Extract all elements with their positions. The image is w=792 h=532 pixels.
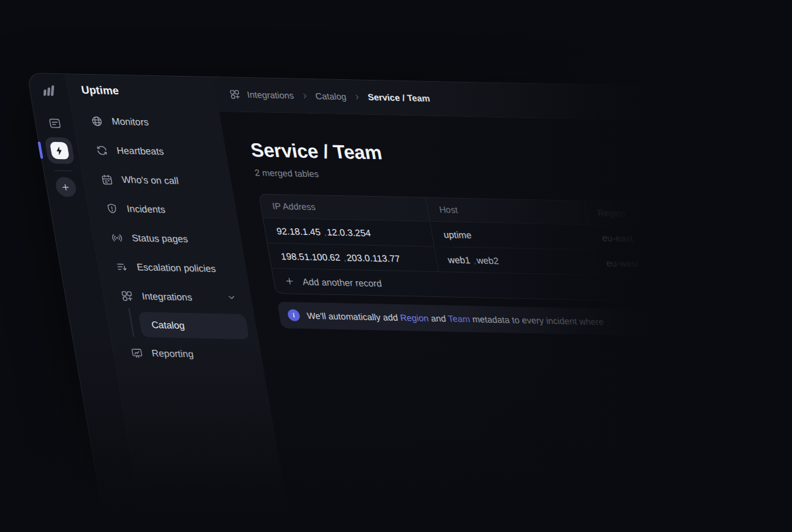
banner-link-team[interactable]: Team — [447, 314, 471, 324]
feed-icon[interactable] — [42, 112, 68, 135]
sidebar-item-label: Escalation policies — [136, 262, 216, 275]
sidebar-item-label: Reporting — [151, 348, 195, 359]
page-title: Service / Team — [249, 139, 727, 171]
cell-ip[interactable]: 198.51.100.62 , 203.0.113.77 — [267, 243, 438, 271]
plus-icon — [284, 276, 296, 286]
chevron-right-icon — [300, 92, 310, 100]
host-value: web2 — [476, 255, 500, 266]
region-value: eu-west — [605, 257, 640, 269]
sidebar-title: Uptime — [80, 83, 209, 100]
integrations-icon — [119, 290, 134, 302]
page-subtitle: 2 merged tables — [254, 168, 729, 187]
sidebar-item-label: Status pages — [131, 232, 188, 244]
sidebar-subitem-wrap: Catalog — [117, 310, 251, 341]
cell-ip[interactable]: 92.18.1.45 , 12.0.3.254 — [263, 218, 434, 246]
cell-region[interactable]: eu-east — [588, 224, 723, 252]
main-area: Service / Team 2 merged tables IP Addres… — [219, 112, 792, 532]
sidebar-item-label: Catalog — [150, 319, 185, 331]
sidebar-item-status-pages[interactable]: Status pages — [102, 222, 236, 254]
host-value: web1 — [447, 254, 471, 265]
records-table: IP Address Host Region 92.18.1.45 , 12.0… — [258, 193, 732, 303]
presentation-icon — [129, 347, 144, 359]
integrations-icon — [228, 88, 242, 100]
sidebar-item-integrations[interactable]: Integrations — [112, 281, 246, 313]
sidebar-item-label: Integrations — [141, 291, 193, 303]
globe-icon — [90, 115, 104, 127]
breadcrumb-integrations[interactable]: Integrations — [246, 90, 294, 101]
rail-divider — [54, 170, 71, 172]
stage: Uptime Monitors Heartbeats — [0, 0, 792, 532]
sync-icon — [94, 144, 109, 156]
sidebar-item-label: Incidents — [126, 203, 166, 215]
app-window: Uptime Monitors Heartbeats — [26, 73, 792, 532]
bolt-icon — [50, 142, 70, 160]
cell-host[interactable]: web1 , web2 — [434, 246, 597, 275]
sidebar-item-incidents[interactable]: Incidents — [96, 193, 231, 225]
banner-prefix: We'll automatically add — [306, 310, 401, 322]
breadcrumb-catalog[interactable]: Catalog — [315, 91, 347, 102]
banner-suffix: metadata to every incident where — [469, 314, 605, 327]
column-header-host: Host — [426, 198, 588, 224]
cell-host[interactable]: uptime — [430, 221, 593, 249]
content-pane: Integrations Catalog Service / Team Serv… — [213, 77, 792, 532]
cell-region[interactable]: eu-west — [592, 249, 727, 277]
chevron-right-icon — [352, 92, 362, 101]
ip-value: 203.0.113.77 — [346, 252, 401, 264]
region-value: eu-east — [601, 232, 634, 244]
host-value: uptime — [443, 229, 473, 240]
ip-value: 198.51.100.62 — [280, 251, 341, 263]
add-record-label: Add another record — [302, 276, 383, 288]
sidebar-item-label: Monitors — [111, 116, 149, 127]
uptime-app-button[interactable] — [44, 137, 75, 164]
sidebar-item-reporting[interactable]: Reporting — [121, 338, 256, 370]
sidebar-item-label: Heartbeats — [116, 145, 165, 157]
ip-value: 12.0.3.254 — [326, 226, 372, 238]
info-banner: We'll automatically add Region and Team … — [277, 302, 739, 338]
escalation-icon — [115, 260, 129, 273]
info-icon — [287, 309, 301, 321]
betterstack-logo — [39, 81, 59, 98]
column-header-ip: IP Address — [259, 194, 430, 220]
sidebar-item-catalog[interactable]: Catalog — [138, 312, 249, 340]
active-accent-bar — [38, 141, 44, 158]
ip-value: 92.18.1.45 — [276, 225, 321, 236]
sidebar-item-monitors[interactable]: Monitors — [81, 106, 216, 138]
shield-alert-icon — [105, 202, 119, 215]
sidebar-item-escalation-policies[interactable]: Escalation policies — [107, 252, 242, 284]
banner-mid: and — [428, 313, 449, 323]
tree-guide-line — [128, 308, 135, 337]
chevron-down-icon[interactable] — [225, 292, 238, 304]
banner-link-region[interactable]: Region — [399, 312, 429, 323]
banner-text: We'll automatically add Region and Team … — [306, 310, 605, 326]
column-header-region: Region — [584, 201, 719, 227]
add-app-button[interactable] — [54, 177, 77, 197]
broadcast-icon — [110, 231, 124, 244]
sidebar-item-whos-on-call[interactable]: Who's on call — [92, 164, 226, 196]
calendar-icon — [100, 173, 114, 185]
sidebar-item-heartbeats[interactable]: Heartbeats — [86, 135, 221, 167]
sidebar-item-label: Who's on call — [121, 174, 180, 186]
breadcrumb-current: Service / Team — [367, 92, 430, 104]
